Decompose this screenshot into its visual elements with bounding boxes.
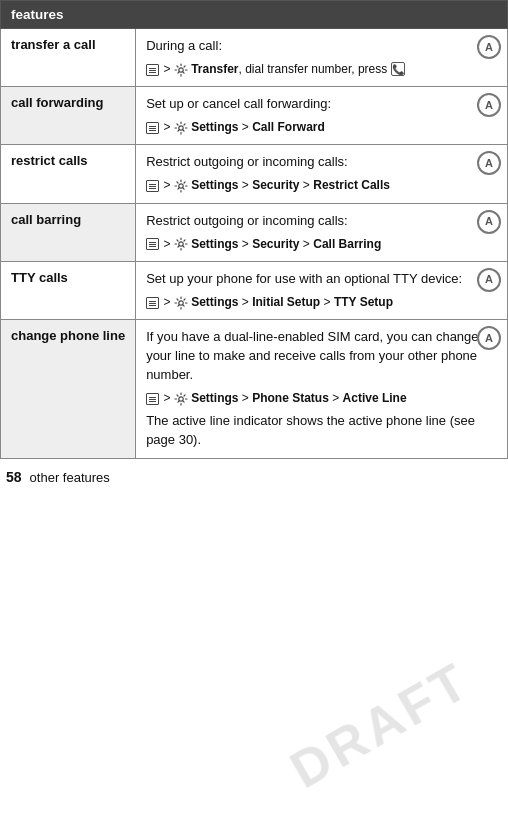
nav-item: Settings [188, 391, 239, 405]
feature-name-cell: restrict calls [1, 145, 136, 203]
nav-line: > Settings > Security > Call Barring [146, 236, 497, 253]
nav-item: Settings [188, 295, 239, 309]
menu-icon [146, 64, 159, 76]
svg-point-5 [179, 396, 183, 400]
badge-label: A [485, 274, 493, 285]
page-wrapper: features transfer a callDuring a call: >… [0, 0, 508, 493]
extra-desc-text: The active line indicator shows the acti… [146, 412, 497, 450]
nav-item: Security [252, 178, 299, 192]
svg-point-2 [179, 184, 183, 188]
feature-name: transfer a call [11, 37, 96, 52]
svg-point-4 [179, 300, 183, 304]
feature-desc-cell: During a call: > Transfer, dial transfer… [136, 29, 508, 87]
feature-desc-cell: Restrict outgoing or incoming calls: > S… [136, 203, 508, 261]
call-button-icon: 📞 [391, 62, 405, 76]
nav-item: Settings [188, 120, 239, 134]
footer-label: other features [30, 470, 110, 485]
feature-badge-icon: A [477, 210, 501, 234]
svg-point-1 [179, 126, 183, 130]
nav-arrow: > [160, 178, 174, 192]
nav-separator: > [300, 237, 314, 251]
nav-item: Call Barring [313, 237, 381, 251]
footer: 58 other features [0, 459, 508, 493]
desc-text: Restrict outgoing or incoming calls: [146, 153, 497, 172]
nav-separator: > [238, 295, 252, 309]
gear-icon [174, 237, 188, 251]
nav-separator: > [329, 391, 343, 405]
menu-icon [146, 180, 159, 192]
feature-badge-icon: A [477, 268, 501, 292]
nav-separator: > [238, 178, 252, 192]
feature-badge-icon: A [477, 326, 501, 350]
gear-icon [174, 179, 188, 193]
feature-name: call barring [11, 212, 81, 227]
svg-point-3 [179, 242, 183, 246]
feature-name: TTY calls [11, 270, 68, 285]
feature-desc-cell: Set up or cancel call forwarding: > Sett… [136, 87, 508, 145]
feature-description: Set up your phone for use with an option… [146, 270, 497, 311]
badge-label: A [485, 100, 493, 111]
nav-line: > Settings > Initial Setup > TTY Setup [146, 294, 497, 311]
nav-item: Settings [188, 237, 239, 251]
nav-separator: > [320, 295, 334, 309]
nav-arrow: > [160, 391, 174, 405]
table-row: restrict callsRestrict outgoing or incom… [1, 145, 508, 203]
badge-label: A [485, 216, 493, 227]
page-number: 58 [6, 469, 22, 485]
nav-separator: > [238, 237, 252, 251]
feature-badge-icon: A [477, 93, 501, 117]
feature-desc-cell: Set up your phone for use with an option… [136, 261, 508, 319]
badge-label: A [485, 42, 493, 53]
feature-name: call forwarding [11, 95, 103, 110]
menu-icon [146, 393, 159, 405]
feature-name: change phone line [11, 328, 125, 343]
nav-separator: > [300, 178, 314, 192]
nav-item: Transfer [188, 62, 239, 76]
nav-separator: > [238, 391, 252, 405]
svg-point-0 [179, 67, 183, 71]
desc-text: Set up or cancel call forwarding: [146, 95, 497, 114]
nav-line: > Transfer, dial transfer number, press … [146, 61, 497, 78]
table-row: TTY callsSet up your phone for use with … [1, 261, 508, 319]
desc-text: During a call: [146, 37, 497, 56]
nav-arrow: > [160, 120, 174, 134]
nav-item: Restrict Calls [313, 178, 390, 192]
feature-name-cell: call forwarding [1, 87, 136, 145]
feature-description: Restrict outgoing or incoming calls: > S… [146, 153, 497, 194]
table-row: transfer a callDuring a call: > Transfer… [1, 29, 508, 87]
gear-icon [174, 296, 188, 310]
feature-desc-cell: If you have a dual-line-enabled SIM card… [136, 320, 508, 459]
badge-label: A [485, 158, 493, 169]
desc-text: Restrict outgoing or incoming calls: [146, 212, 497, 231]
nav-line: > Settings > Call Forward [146, 119, 497, 136]
menu-icon [146, 238, 159, 250]
feature-desc-cell: Restrict outgoing or incoming calls: > S… [136, 145, 508, 203]
nav-separator: > [238, 120, 252, 134]
feature-badge-icon: A [477, 35, 501, 59]
badge-label: A [485, 333, 493, 344]
gear-icon [174, 121, 188, 135]
feature-name: restrict calls [11, 153, 88, 168]
nav-item: Active Line [343, 391, 407, 405]
draft-watermark: DRAFT [280, 650, 480, 800]
features-table: features transfer a callDuring a call: >… [0, 0, 508, 459]
gear-icon [174, 392, 188, 406]
desc-text: If you have a dual-line-enabled SIM card… [146, 328, 497, 385]
nav-item: TTY Setup [334, 295, 393, 309]
nav-arrow: > [160, 295, 174, 309]
feature-description: Set up or cancel call forwarding: > Sett… [146, 95, 497, 136]
nav-item: Call Forward [252, 120, 325, 134]
nav-arrow: > [160, 237, 174, 251]
feature-name-cell: change phone line [1, 320, 136, 459]
table-row: change phone lineIf you have a dual-line… [1, 320, 508, 459]
nav-line: > Settings > Phone Status > Active Line [146, 390, 497, 407]
nav-line: > Settings > Security > Restrict Calls [146, 177, 497, 194]
table-row: call forwardingSet up or cancel call for… [1, 87, 508, 145]
nav-item: Initial Setup [252, 295, 320, 309]
menu-icon [146, 297, 159, 309]
feature-name-cell: transfer a call [1, 29, 136, 87]
feature-name-cell: TTY calls [1, 261, 136, 319]
desc-text: Set up your phone for use with an option… [146, 270, 497, 289]
gear-icon [174, 63, 188, 77]
nav-item: Settings [188, 178, 239, 192]
